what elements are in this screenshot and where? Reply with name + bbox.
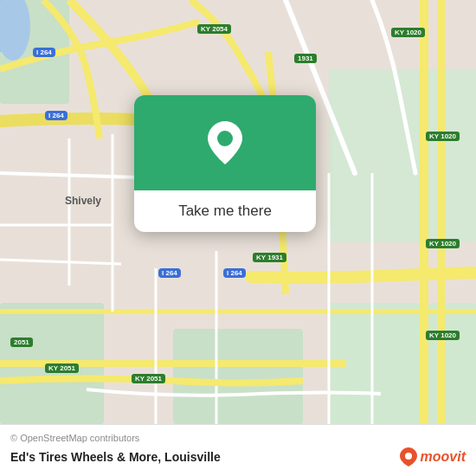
hwy-badge-ky1931: KY 1931	[253, 253, 286, 262]
hwy-badge-i264-1: I 264	[33, 48, 55, 57]
hwy-badge-i264-3: I 264	[158, 268, 181, 278]
hwy-badge-ky2054: KY 2054	[197, 24, 231, 34]
popup-card: Take me there	[134, 95, 316, 232]
moovit-logo: moovit	[399, 446, 466, 468]
popup-top	[134, 95, 316, 190]
hwy-badge-ky1020-3: KY 1020	[426, 239, 460, 248]
hwy-badge-1931: 1931	[294, 54, 317, 63]
map-container: Shively I 264 I 264 KY 2054 1931 KY 1020…	[0, 0, 476, 424]
hwy-badge-i264-2: I 264	[45, 111, 68, 120]
svg-point-19	[405, 453, 412, 460]
location-name: Ed's Tires Wheels & More, Louisville	[10, 450, 221, 464]
location-pin-icon	[203, 117, 247, 169]
copyright-text: © OpenStreetMap contributors	[10, 433, 466, 443]
svg-rect-2	[329, 69, 476, 242]
hwy-badge-i264-4: I 264	[223, 268, 246, 278]
moovit-pin-icon	[399, 446, 418, 468]
hwy-badge-ky2051-2: KY 2051	[132, 374, 165, 383]
hwy-badge-ky1020-2: KY 1020	[426, 132, 460, 141]
bottom-bar: © OpenStreetMap contributors Ed's Tires …	[0, 424, 476, 476]
moovit-text: moovit	[421, 449, 466, 465]
city-label-shively: Shively	[65, 195, 101, 207]
svg-point-18	[217, 131, 233, 146]
svg-rect-4	[329, 303, 476, 424]
hwy-badge-ky1020-1: KY 1020	[391, 28, 425, 37]
svg-rect-5	[173, 329, 303, 424]
popup-bottom: Take me there	[134, 190, 316, 232]
hwy-badge-ky2051: KY 2051	[45, 363, 79, 373]
hwy-badge-ky1020-4: KY 1020	[426, 331, 460, 340]
take-me-there-button[interactable]: Take me there	[178, 203, 272, 219]
location-line: Ed's Tires Wheels & More, Louisville moo…	[10, 446, 466, 468]
hwy-badge-2051: 2051	[10, 338, 33, 347]
